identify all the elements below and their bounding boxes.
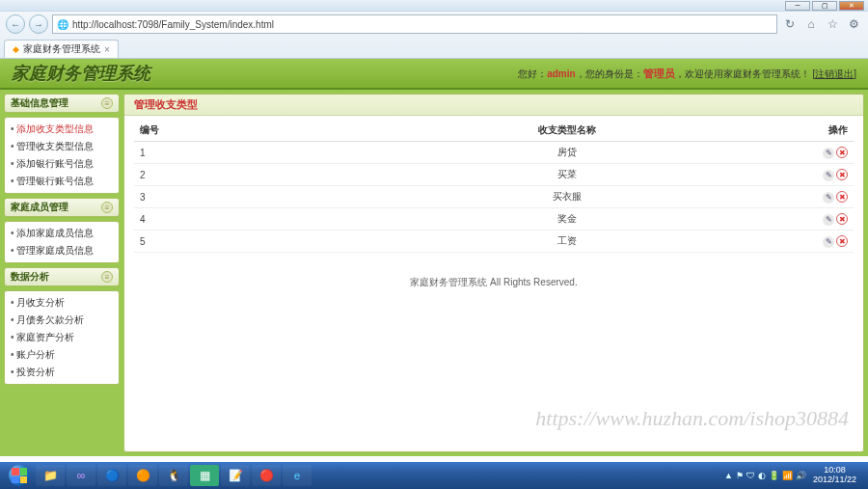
- content-title: 管理收支类型: [124, 95, 863, 116]
- cell-id: 3: [134, 186, 338, 208]
- menu-group-basic[interactable]: 基础信息管理 ≡: [4, 94, 120, 113]
- logout-link[interactable]: [注销退出]: [812, 68, 856, 79]
- app-header: 家庭财务管理系统 您好：admin，您的身份是：管理员，欢迎使用家庭财务管理系统…: [0, 59, 868, 90]
- cell-id: 5: [134, 231, 338, 253]
- minimize-button[interactable]: ─: [785, 1, 810, 11]
- delete-icon[interactable]: ✖: [836, 169, 848, 180]
- table-row: 2买菜✎✖: [134, 164, 854, 186]
- footer-text: 家庭财务管理系统 All Rights Reserved.: [124, 257, 863, 309]
- sidebar-item-add-type[interactable]: 添加收支类型信息: [11, 121, 113, 138]
- refresh-button[interactable]: ↻: [781, 15, 799, 33]
- browser-chrome: ─ ▢ ✕ ← → 🌐 http://localhost:7098/Family…: [0, 0, 868, 59]
- edit-icon[interactable]: ✎: [823, 148, 834, 159]
- tray-icon[interactable]: ⚑: [736, 471, 744, 480]
- favorites-button[interactable]: ☆: [824, 15, 841, 33]
- tab-title: 家庭财务管理系统: [23, 42, 100, 56]
- sidebar-item-manage-bank[interactable]: 管理银行账号信息: [11, 173, 113, 190]
- cell-ops: ✎✖: [796, 142, 854, 164]
- edit-icon[interactable]: ✎: [823, 214, 834, 226]
- delete-icon[interactable]: ✖: [836, 213, 848, 225]
- delete-icon[interactable]: ✖: [836, 191, 848, 203]
- tray-icon[interactable]: 🔋: [769, 471, 779, 480]
- sidebar-item-add-bank[interactable]: 添加银行账号信息: [11, 155, 113, 173]
- watermark: https://www.huzhan.com/ishop30884: [535, 406, 849, 431]
- forward-button[interactable]: →: [29, 14, 48, 34]
- cell-id: 4: [134, 208, 338, 231]
- sidebar-item-add-member[interactable]: 添加家庭成员信息: [11, 225, 113, 242]
- clock[interactable]: 10:08 2012/11/22: [809, 466, 860, 485]
- main-area: 基础信息管理 ≡ 添加收支类型信息 管理收支类型信息 添加银行账号信息 管理银行…: [0, 90, 868, 456]
- notepad-icon[interactable]: 📝: [221, 465, 250, 486]
- app-icon-3[interactable]: ▦: [190, 465, 219, 486]
- back-button[interactable]: ←: [6, 14, 25, 34]
- maximize-button[interactable]: ▢: [812, 1, 837, 11]
- sidebar: 基础信息管理 ≡ 添加收支类型信息 管理收支类型信息 添加银行账号信息 管理银行…: [4, 94, 120, 452]
- cell-name: 买衣服: [338, 186, 796, 208]
- menu-group-analysis[interactable]: 数据分析 ≡: [4, 267, 120, 286]
- cell-name: 奖金: [338, 208, 796, 231]
- vs-icon[interactable]: ∞: [67, 465, 95, 486]
- browser-tab[interactable]: ◆ 家庭财务管理系统 ×: [4, 40, 119, 58]
- url-text: http://localhost:7098/Family_System/inde…: [72, 19, 274, 30]
- cell-name: 工资: [338, 231, 796, 253]
- delete-icon[interactable]: ✖: [836, 235, 848, 247]
- user-info: 您好：admin，您的身份是：管理员，欢迎使用家庭财务管理系统！ [注销退出]: [518, 67, 856, 81]
- cell-id: 1: [134, 142, 338, 164]
- close-button[interactable]: ✕: [839, 1, 864, 11]
- user-role: 管理员: [643, 68, 675, 79]
- tools-button[interactable]: ⚙: [845, 15, 862, 33]
- sidebar-item-manage-type[interactable]: 管理收支类型信息: [11, 138, 113, 155]
- table-row: 1房贷✎✖: [134, 142, 854, 164]
- edit-icon[interactable]: ✎: [823, 192, 834, 204]
- collapse-icon: ≡: [101, 97, 113, 109]
- app-title: 家庭财务管理系统: [12, 62, 150, 85]
- sidebar-item-month[interactable]: 月收支分析: [11, 294, 113, 312]
- content-panel: 管理收支类型 编号 收支类型名称 操作 1房贷✎✖2买菜✎✖3买衣服✎✖4奖金✎…: [123, 94, 864, 452]
- sidebar-item-manage-member[interactable]: 管理家庭成员信息: [11, 242, 113, 259]
- cell-id: 2: [134, 164, 338, 186]
- sidebar-item-invest[interactable]: 投资分析: [11, 364, 113, 381]
- delete-icon[interactable]: ✖: [836, 147, 848, 158]
- cell-name: 买菜: [338, 164, 796, 186]
- tab-close-icon[interactable]: ×: [104, 44, 110, 55]
- app-icon-1[interactable]: 🔵: [97, 465, 126, 486]
- col-id: 编号: [134, 120, 338, 142]
- sidebar-item-asset[interactable]: 家庭资产分析: [11, 329, 113, 346]
- page-icon: ◆: [13, 44, 19, 54]
- sidebar-item-debt[interactable]: 月债务欠款分析: [11, 312, 113, 329]
- window-title-bar: ─ ▢ ✕: [0, 0, 868, 12]
- cell-ops: ✎✖: [796, 208, 854, 231]
- table-row: 3买衣服✎✖: [134, 186, 854, 208]
- sidebar-item-account[interactable]: 账户分析: [11, 346, 113, 364]
- address-row: ← → 🌐 http://localhost:7098/Family_Syste…: [0, 12, 868, 37]
- username: admin: [547, 68, 575, 79]
- network-icon[interactable]: 📶: [782, 471, 793, 480]
- cell-name: 房贷: [338, 142, 796, 164]
- cell-ops: ✎✖: [796, 231, 854, 253]
- collapse-icon: ≡: [101, 202, 113, 213]
- menu-group-family[interactable]: 家庭成员管理 ≡: [4, 198, 120, 217]
- menu-items-analysis: 月收支分析 月债务欠款分析 家庭资产分析 账户分析 投资分析: [4, 290, 120, 385]
- tray-icon[interactable]: ◐: [758, 471, 766, 480]
- start-button[interactable]: [4, 464, 35, 487]
- menu-items-family: 添加家庭成员信息 管理家庭成员信息: [4, 221, 120, 263]
- data-table: 编号 收支类型名称 操作 1房贷✎✖2买菜✎✖3买衣服✎✖4奖金✎✖5工资✎✖: [134, 120, 854, 253]
- col-name: 收支类型名称: [338, 120, 796, 142]
- menu-items-basic: 添加收支类型信息 管理收支类型信息 添加银行账号信息 管理银行账号信息: [4, 117, 120, 194]
- edit-icon[interactable]: ✎: [823, 236, 834, 248]
- tray-icon[interactable]: 🛡: [746, 471, 755, 480]
- address-bar[interactable]: 🌐 http://localhost:7098/Family_System/in…: [52, 14, 777, 34]
- home-button[interactable]: ⌂: [802, 15, 820, 33]
- app-icon-2[interactable]: 🟠: [128, 465, 157, 486]
- edit-icon[interactable]: ✎: [823, 170, 834, 181]
- system-tray: ▲ ⚑ 🛡 ◐ 🔋 📶 🔊 10:08 2012/11/22: [724, 466, 864, 485]
- ie-icon[interactable]: ｅ: [283, 465, 312, 486]
- cell-ops: ✎✖: [796, 186, 854, 208]
- chrome-icon[interactable]: 🔴: [252, 465, 281, 486]
- tray-icon[interactable]: ▲: [724, 471, 733, 480]
- table-row: 4奖金✎✖: [134, 208, 854, 231]
- volume-icon[interactable]: 🔊: [796, 471, 806, 480]
- table-row: 5工资✎✖: [134, 231, 854, 253]
- explorer-icon[interactable]: 📁: [36, 465, 65, 486]
- qq-icon[interactable]: 🐧: [159, 465, 188, 486]
